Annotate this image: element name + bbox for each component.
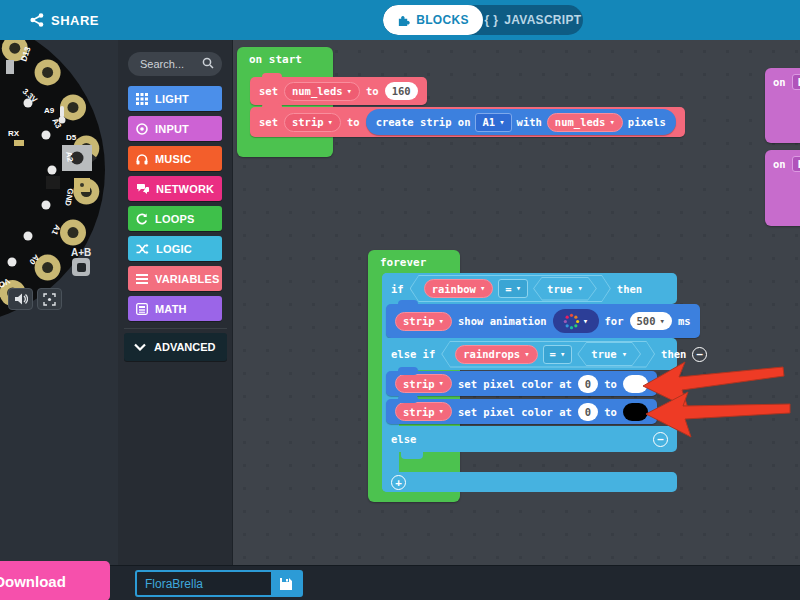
create-strip-block[interactable]: create strip on A1 ▾ with num_leds ▾ pix…: [366, 109, 676, 135]
variable-dropdown[interactable]: rainbow ▾: [424, 279, 494, 298]
search-icon: [202, 57, 214, 69]
category-variables[interactable]: VARIABLES: [128, 266, 222, 291]
index-value[interactable]: 0: [578, 375, 598, 393]
toolbox: LIGHT INPUT MUSIC NETWORK LOOPS LOGIC VA…: [118, 40, 233, 600]
true-dropdown[interactable]: true ▾: [578, 343, 640, 365]
statement-notch: [401, 452, 423, 459]
tab-blocks[interactable]: BLOCKS: [383, 5, 483, 35]
duration-dropdown[interactable]: 500 ▾: [630, 312, 672, 330]
download-button[interactable]: Download: [0, 561, 110, 600]
caret-icon: ▾: [439, 379, 444, 388]
chat-icon: [136, 183, 149, 195]
ab-button-label: A+B: [71, 247, 91, 258]
variable-dropdown[interactable]: strip ▾: [395, 374, 452, 393]
category-label: NETWORK: [156, 183, 214, 195]
caret-icon: ▾: [622, 350, 627, 359]
screenshot-button[interactable]: [37, 288, 62, 310]
grid-icon: [136, 93, 148, 105]
else-label: else: [391, 433, 416, 445]
board-label-a9: A9: [44, 106, 55, 115]
button-dropdown[interactable]: bu: [792, 156, 800, 172]
category-label: VARIABLES: [155, 273, 220, 285]
category-light[interactable]: LIGHT: [128, 86, 222, 111]
top-bar: SHARE BLOCKS { } JAVASCRIPT: [0, 0, 800, 40]
category-logic[interactable]: LOGIC: [128, 236, 222, 261]
color-picker-black[interactable]: [623, 403, 648, 421]
tab-blocks-label: BLOCKS: [416, 13, 468, 27]
if-row[interactable]: if rainbow ▾ = ▾ true ▾ then: [382, 273, 677, 304]
caret-icon: ▾: [480, 284, 485, 293]
index-value[interactable]: 0: [578, 403, 598, 421]
create-strip-label: create strip on: [376, 116, 471, 128]
on-button-block[interactable]: on bu set: [765, 68, 800, 143]
simulator-panel: D13 A9 RX D5 3.3V A3 A2 GND A1 A0 VOUT A…: [0, 40, 118, 600]
variable-dropdown[interactable]: strip ▾: [395, 312, 452, 331]
add-branch-button[interactable]: +: [391, 475, 406, 490]
editor-toggle: BLOCKS { } JAVASCRIPT: [383, 5, 583, 35]
ms-label: ms: [678, 315, 691, 327]
on-button-block[interactable]: on bu set: [765, 150, 800, 226]
variable-dropdown[interactable]: raindrops ▾: [455, 345, 537, 364]
category-input[interactable]: INPUT: [128, 116, 222, 141]
number-value[interactable]: 160: [385, 82, 418, 100]
set-strip-block[interactable]: set strip ▾ to create strip on A1 ▾ with…: [250, 107, 685, 137]
caret-icon: ▾: [577, 284, 582, 293]
caret-icon: ▾: [499, 118, 504, 127]
set-pixel-color-block[interactable]: strip ▾ set pixel color at 0 to: [386, 371, 657, 396]
ab-button[interactable]: [72, 258, 90, 276]
set-num-leds-block[interactable]: set num_leds ▾ to 160: [250, 77, 427, 105]
else-row[interactable]: else −: [382, 426, 677, 452]
category-label: LOGIC: [156, 243, 192, 255]
if-label: if: [391, 283, 404, 295]
category-label: INPUT: [155, 123, 189, 135]
true-dropdown[interactable]: true ▾: [534, 278, 596, 300]
advanced-button[interactable]: ADVANCED: [124, 333, 227, 361]
loop-icon: [136, 213, 148, 225]
bottom-bar: Download: [0, 565, 800, 600]
to-label: to: [604, 406, 617, 418]
operator-dropdown[interactable]: = ▾: [498, 279, 528, 298]
for-label: for: [605, 315, 624, 327]
category-music[interactable]: MUSIC: [128, 146, 222, 171]
remove-branch-button[interactable]: −: [653, 432, 668, 447]
target-icon: [136, 123, 148, 135]
caret-icon: ▾: [347, 87, 352, 96]
save-button[interactable]: [271, 572, 301, 595]
set-pixel-color-block[interactable]: strip ▾ set pixel color at 0 to: [386, 399, 657, 424]
tab-javascript[interactable]: { } JAVASCRIPT: [483, 5, 583, 35]
remove-branch-button[interactable]: −: [692, 347, 707, 362]
caret-icon: ▾: [439, 317, 444, 326]
calculator-icon: [136, 303, 148, 315]
operator-dropdown[interactable]: = ▾: [543, 345, 573, 364]
category-network[interactable]: NETWORK: [128, 176, 222, 201]
animation-dropdown[interactable]: ▾: [553, 309, 599, 333]
add-branch-row[interactable]: +: [382, 472, 677, 492]
tab-javascript-label: JAVASCRIPT: [504, 13, 581, 27]
category-math[interactable]: MATH: [128, 296, 222, 321]
caret-icon: ▾: [560, 350, 565, 359]
to-label: to: [604, 378, 617, 390]
variable-dropdown[interactable]: num_leds ▾: [284, 82, 360, 101]
pixels-label: pixels: [628, 116, 666, 128]
category-label: MUSIC: [155, 153, 191, 165]
volume-button[interactable]: [8, 288, 33, 310]
variable-dropdown[interactable]: num_leds ▾: [547, 113, 623, 132]
category-loops[interactable]: LOOPS: [128, 206, 222, 231]
variable-dropdown[interactable]: strip ▾: [284, 113, 341, 132]
variable-dropdown[interactable]: strip ▾: [395, 402, 452, 421]
button-dropdown[interactable]: bu: [792, 74, 800, 90]
chevron-down-icon: [134, 343, 146, 351]
rainbow-animation-icon: [563, 313, 580, 330]
project-name-input[interactable]: [137, 572, 271, 595]
category-label: LIGHT: [155, 93, 189, 105]
pin-dropdown[interactable]: A1 ▾: [475, 113, 511, 132]
then-label: then: [617, 283, 642, 295]
show-animation-block[interactable]: strip ▾ show animation ▾ for 500 ▾ ms: [386, 304, 700, 338]
else-if-row[interactable]: else if raindrops ▾ = ▾ true ▾ then −: [382, 338, 677, 370]
set-label: set: [259, 85, 278, 97]
caret-icon: ▾: [524, 350, 529, 359]
share-label: SHARE: [51, 13, 99, 28]
share-button[interactable]: SHARE: [30, 10, 99, 30]
toolbox-divider: [124, 328, 227, 329]
color-picker-white[interactable]: [623, 375, 648, 393]
